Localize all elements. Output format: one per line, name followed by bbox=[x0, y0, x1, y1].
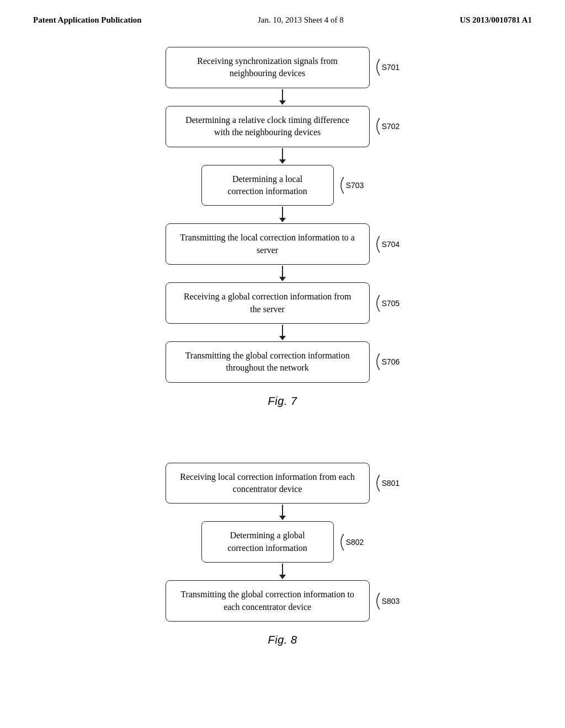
step-wrapper-s701: Receiving synchronization signals from n… bbox=[150, 47, 415, 88]
fig7-section: Receiving synchronization signals from n… bbox=[0, 47, 565, 408]
step-box-s703: Determining a local correction informati… bbox=[201, 165, 334, 206]
arrow-s704 bbox=[279, 265, 286, 282]
fig8-section: Receiving local correction information f… bbox=[0, 463, 565, 646]
step-label-s702: S702 bbox=[373, 117, 400, 135]
section-gap bbox=[0, 408, 565, 441]
step-label-s701: S701 bbox=[373, 58, 400, 76]
step-wrapper-s702: Determining a relative clock timing diff… bbox=[150, 106, 415, 147]
step-box-s706: Transmitting the global correction infor… bbox=[166, 341, 370, 383]
arrow-s701 bbox=[279, 88, 286, 106]
step-wrapper-s704: Transmitting the local correction inform… bbox=[150, 223, 415, 265]
step-label-s803: S803 bbox=[373, 592, 400, 610]
page-header: Patent Application Publication Jan. 10, … bbox=[0, 0, 565, 25]
step-label-s703: S703 bbox=[337, 176, 364, 194]
step-box-s701: Receiving synchronization signals from n… bbox=[166, 47, 370, 88]
step-label-s704: S704 bbox=[373, 235, 400, 253]
step-box-s801: Receiving local correction information f… bbox=[166, 463, 370, 504]
step-wrapper-s703: Determining a local correction informati… bbox=[150, 165, 415, 206]
date-sheet-label: Jan. 10, 2013 Sheet 4 of 8 bbox=[258, 15, 344, 25]
patent-number-label: US 2013/0010781 A1 bbox=[460, 15, 532, 25]
step-label-s705: S705 bbox=[373, 295, 400, 312]
arrow-s801 bbox=[279, 504, 286, 521]
step-wrapper-s705: Receiving a global correction informatio… bbox=[150, 282, 415, 324]
step-wrapper-s706: Transmitting the global correction infor… bbox=[150, 341, 415, 383]
step-box-s705: Receiving a global correction informatio… bbox=[166, 282, 370, 324]
fig7-flowchart: Receiving synchronization signals from n… bbox=[150, 47, 415, 383]
step-wrapper-s801: Receiving local correction information f… bbox=[150, 463, 415, 504]
step-wrapper-s802: Determining a global correction informat… bbox=[150, 521, 415, 563]
fig7-label: Fig. 7 bbox=[268, 395, 297, 408]
arrow-s802 bbox=[279, 563, 286, 580]
arrow-s705 bbox=[279, 324, 286, 341]
fig8-label: Fig. 8 bbox=[268, 634, 297, 646]
arrow-s703 bbox=[279, 206, 286, 223]
step-box-s802: Determining a global correction informat… bbox=[201, 521, 334, 563]
publication-label: Patent Application Publication bbox=[33, 15, 142, 25]
fig8-flowchart: Receiving local correction information f… bbox=[150, 463, 415, 622]
step-label-s802: S802 bbox=[337, 533, 364, 551]
step-box-s702: Determining a relative clock timing diff… bbox=[166, 106, 370, 147]
step-wrapper-s803: Transmitting the global correction infor… bbox=[150, 580, 415, 622]
arrow-s702 bbox=[279, 147, 286, 165]
step-label-s801: S801 bbox=[373, 474, 400, 492]
step-box-s704: Transmitting the local correction inform… bbox=[166, 223, 370, 265]
step-box-s803: Transmitting the global correction infor… bbox=[166, 580, 370, 622]
step-label-s706: S706 bbox=[373, 353, 400, 371]
